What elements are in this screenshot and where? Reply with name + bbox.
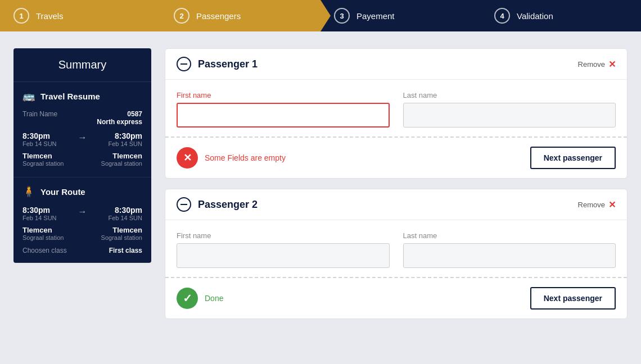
passenger-1-form: First name Last name bbox=[165, 80, 627, 128]
travel-resume-heading: 🚌 Travel Resume bbox=[22, 90, 142, 102]
passenger-2-form: First name Last name bbox=[165, 220, 627, 268]
step-2-label: Passengers bbox=[196, 11, 241, 21]
step-1-circle: 1 bbox=[13, 8, 29, 24]
depart-arrive-times: 8:30pm Feb 14 SUN → 8:30pm Feb 14 SUN bbox=[22, 131, 142, 147]
passenger-1-title: Passenger 1 bbox=[198, 58, 258, 70]
route-depart-time: 8:30pm bbox=[22, 206, 57, 215]
stepper: 1 Travels 2 Passengers 3 Payement 4 Vali… bbox=[0, 0, 641, 31]
passenger-2-firstname-label: First name bbox=[177, 231, 390, 240]
passenger-2-done-text: Done bbox=[205, 294, 223, 303]
passenger-1-title-wrap: Passenger 1 bbox=[177, 57, 258, 71]
route-arrow-icon: → bbox=[78, 131, 87, 143]
arrive-city-cell: Tlemcen Sograal station bbox=[101, 152, 142, 167]
route-depart-date: Feb 14 SUN bbox=[22, 215, 57, 221]
passenger-2-remove-button[interactable]: Remove ✕ bbox=[578, 199, 616, 210]
passenger-2-footer: ✓ Done Next passenger bbox=[165, 277, 627, 319]
depart-time: 8:30pm bbox=[22, 131, 57, 140]
route-cities: Tlemcen Sograal station Tlemcen Sograal … bbox=[22, 226, 142, 241]
passenger-1-next-button[interactable]: Next passenger bbox=[530, 147, 616, 169]
step-3-label: Payement bbox=[356, 11, 395, 21]
passenger-2-title: Passenger 2 bbox=[198, 199, 258, 211]
depart-station: Sograal station bbox=[22, 160, 64, 167]
arrive-city: Tlemcen bbox=[101, 152, 142, 160]
your-route-section: 🧍 Your Route 8:30pm Feb 14 SUN → 8:30pm … bbox=[13, 178, 151, 263]
depart-city: Tlemcen bbox=[22, 152, 64, 160]
class-label: Choosen class bbox=[22, 247, 67, 254]
route-arrive-city: Tlemcen bbox=[101, 226, 142, 234]
minus-icon bbox=[180, 63, 187, 65]
passenger-1-remove-label: Remove bbox=[578, 60, 605, 69]
route-arrive-time: 8:30pm bbox=[108, 206, 142, 215]
arrive-cell: 8:30pm Feb 14 SUN bbox=[108, 131, 142, 147]
passenger-2-done-message: ✓ Done bbox=[177, 288, 223, 309]
passenger-2-lastname-group: Last name bbox=[403, 231, 616, 268]
passenger-2-title-wrap: Passenger 2 bbox=[177, 197, 258, 212]
step-2-circle: 2 bbox=[174, 8, 189, 24]
passenger-2-next-button[interactable]: Next passenger bbox=[530, 287, 616, 310]
route-arrow2-icon: → bbox=[78, 206, 87, 217]
arrive-station: Sograal station bbox=[101, 160, 142, 167]
route-depart-city-cell: Tlemcen Sograal station bbox=[22, 226, 64, 241]
route-arrive-date: Feb 14 SUN bbox=[108, 215, 142, 221]
passengers-content: Passenger 1 Remove ✕ First name Last nam… bbox=[165, 48, 628, 319]
depart-city-cell: Tlemcen Sograal station bbox=[22, 152, 64, 167]
depart-cell: 8:30pm Feb 14 SUN bbox=[22, 131, 57, 147]
passenger-2-remove-icon: ✕ bbox=[608, 199, 616, 210]
arrive-time: 8:30pm bbox=[108, 131, 142, 140]
step-payment[interactable]: 3 Payement bbox=[320, 0, 481, 31]
train-number: 0587 bbox=[97, 110, 142, 118]
passenger-1-firstname-input[interactable] bbox=[177, 103, 390, 128]
passenger-1-header: Passenger 1 Remove ✕ bbox=[165, 49, 627, 80]
step-travels[interactable]: 1 Travels bbox=[0, 0, 160, 31]
passenger-1-error-message: ✕ Some Fields are empty bbox=[177, 147, 286, 169]
passenger-2-lastname-input[interactable] bbox=[403, 243, 616, 268]
route-arrive-city-cell: Tlemcen Sograal station bbox=[101, 226, 142, 241]
sidebar: Summary 🚌 Travel Resume Train Name 0587 … bbox=[13, 48, 151, 263]
passenger-1-firstname-label: First name bbox=[177, 91, 390, 99]
passenger-1-lastname-label: Last name bbox=[403, 91, 616, 99]
depart-arrive-cities: Tlemcen Sograal station Tlemcen Sograal … bbox=[22, 152, 142, 167]
travel-resume-section: 🚌 Travel Resume Train Name 0587 North ex… bbox=[13, 82, 151, 178]
passenger-1-error-text: Some Fields are empty bbox=[205, 153, 286, 162]
passenger-1-firstname-group: First name bbox=[177, 91, 390, 128]
minus-2-icon bbox=[180, 204, 187, 205]
train-name: North express bbox=[97, 118, 142, 126]
passenger-1-card: Passenger 1 Remove ✕ First name Last nam… bbox=[165, 48, 628, 179]
passenger-1-collapse-button[interactable] bbox=[177, 57, 191, 71]
step-4-circle: 4 bbox=[494, 8, 510, 24]
passenger-2-remove-label: Remove bbox=[578, 201, 605, 209]
train-icon: 🚌 bbox=[22, 90, 35, 102]
sidebar-title: Summary bbox=[13, 48, 151, 82]
passenger-1-remove-icon: ✕ bbox=[608, 59, 616, 70]
class-value: First class bbox=[109, 247, 142, 254]
passenger-1-lastname-group: Last name bbox=[403, 91, 616, 128]
depart-date: Feb 14 SUN bbox=[22, 140, 57, 147]
train-name-row: Train Name 0587 North express bbox=[22, 110, 142, 126]
passenger-2-collapse-button[interactable] bbox=[177, 197, 191, 212]
passenger-2-card: Passenger 2 Remove ✕ First name Last nam… bbox=[165, 189, 628, 319]
train-label: Train Name bbox=[22, 110, 57, 126]
success-circle-icon: ✓ bbox=[177, 288, 198, 309]
route-depart-cell: 8:30pm Feb 14 SUN bbox=[22, 206, 57, 221]
passenger-2-firstname-input[interactable] bbox=[177, 243, 390, 268]
route-arrive-cell: 8:30pm Feb 14 SUN bbox=[108, 206, 142, 221]
passenger-1-lastname-input[interactable] bbox=[403, 103, 616, 128]
passenger-2-header: Passenger 2 Remove ✕ bbox=[165, 189, 627, 220]
step-4-label: Validation bbox=[517, 11, 553, 21]
route-depart-city: Tlemcen bbox=[22, 226, 64, 234]
class-row: Choosen class First class bbox=[22, 247, 142, 254]
step-3-circle: 3 bbox=[334, 8, 350, 24]
step-passengers[interactable]: 2 Passengers bbox=[160, 0, 320, 31]
passenger-1-remove-button[interactable]: Remove ✕ bbox=[578, 59, 616, 70]
passenger-2-lastname-label: Last name bbox=[403, 231, 616, 240]
step-validation[interactable]: 4 Validation bbox=[481, 0, 641, 31]
passenger-1-footer: ✕ Some Fields are empty Next passenger bbox=[165, 136, 627, 178]
passenger-2-firstname-group: First name bbox=[177, 231, 390, 268]
route-icon: 🧍 bbox=[22, 185, 35, 198]
route-times: 8:30pm Feb 14 SUN → 8:30pm Feb 14 SUN bbox=[22, 206, 142, 221]
route-depart-station: Sograal station bbox=[22, 234, 64, 241]
error-circle-icon: ✕ bbox=[177, 147, 198, 169]
step-1-label: Travels bbox=[36, 11, 64, 21]
route-arrive-station: Sograal station bbox=[101, 234, 142, 241]
arrive-date: Feb 14 SUN bbox=[108, 140, 142, 147]
